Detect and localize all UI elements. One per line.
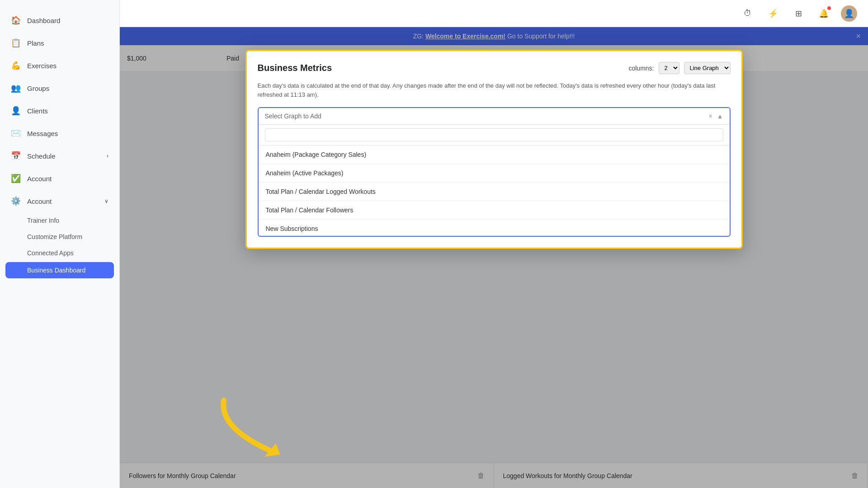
- chart-type-select[interactable]: Line Graph Bar Graph: [684, 62, 731, 74]
- sidebar-label-account: Account: [27, 197, 52, 205]
- dashboard-icon: 🏠: [11, 15, 21, 25]
- sidebar-item-account[interactable]: ⚙️ Account ∨: [0, 190, 119, 212]
- sidebar-item-automations[interactable]: ✅ Account: [0, 167, 119, 190]
- account-chevron: ∨: [104, 198, 108, 204]
- sidebar-label-schedule: Schedule: [27, 152, 56, 160]
- bolt-icon-btn[interactable]: ⚡: [765, 5, 781, 22]
- grid-icon-btn[interactable]: ⊞: [790, 5, 807, 22]
- modal-info-text: Each day's data is calculated at the end…: [258, 81, 731, 99]
- user-avatar[interactable]: 👤: [841, 5, 857, 22]
- sidebar-item-clients[interactable]: 👤 Clients: [0, 99, 119, 122]
- sidebar-item-dashboard[interactable]: 🏠 Dashboard: [0, 9, 119, 32]
- dropdown-list: Anaheim (Package Category Sales) Anaheim…: [259, 145, 730, 236]
- schedule-icon: 📅: [11, 151, 21, 161]
- sidebar-label-dashboard: Dashboard: [27, 17, 60, 24]
- modal-header: Business Metrics columns: 2 1 3 Line Gra…: [258, 62, 731, 74]
- sidebar: 🏠 Dashboard 📋 Plans 💪 Exercises 👥 Groups…: [0, 0, 120, 488]
- clear-icon[interactable]: ×: [708, 113, 712, 120]
- sidebar-item-schedule[interactable]: 📅 Schedule ›: [0, 145, 119, 167]
- dropdown-item-total-plan-logged[interactable]: Total Plan / Calendar Logged Workouts: [259, 183, 730, 201]
- sidebar-item-exercises[interactable]: 💪 Exercises: [0, 54, 119, 77]
- sidebar-sub-trainer-info[interactable]: Trainer Info: [0, 212, 119, 229]
- clients-icon: 👤: [11, 106, 21, 116]
- columns-select[interactable]: 2 1 3: [659, 62, 679, 74]
- messages-icon: ✉️: [11, 128, 21, 138]
- dropdown-item-new-subscriptions[interactable]: New Subscriptions: [259, 220, 730, 236]
- connected-apps-label: Connected Apps: [27, 249, 74, 257]
- modal-title: Business Metrics: [258, 63, 332, 73]
- exercises-icon: 💪: [11, 61, 21, 70]
- sidebar-sub-customize-platform[interactable]: Customize Platform: [0, 229, 119, 245]
- business-metrics-modal: Business Metrics columns: 2 1 3 Line Gra…: [245, 50, 743, 249]
- sidebar-label-clients: Clients: [27, 107, 48, 115]
- sidebar-item-messages[interactable]: ✉️ Messages: [0, 122, 119, 145]
- sidebar-item-groups[interactable]: 👥 Groups: [0, 77, 119, 99]
- business-dashboard-label: Business Dashboard: [27, 267, 85, 274]
- main-content: ⏱ ⚡ ⊞ 🔔 👤 ZG: Welcome to Exercise.com! G…: [120, 0, 868, 488]
- sidebar-sub-business-dashboard[interactable]: Business Dashboard: [5, 262, 114, 278]
- sidebar-label-messages: Messages: [27, 130, 58, 137]
- account-icon: ⚙️: [11, 196, 21, 206]
- groups-icon: 👥: [11, 83, 21, 93]
- modal-controls: columns: 2 1 3 Line Graph Bar Graph: [628, 62, 730, 74]
- dropdown-item-anaheim-active-packages[interactable]: Anaheim (Active Packages): [259, 164, 730, 183]
- clock-icon-btn[interactable]: ⏱: [740, 5, 756, 22]
- select-graph-header[interactable]: Select Graph to Add × ▲: [259, 108, 730, 125]
- topbar: ⏱ ⚡ ⊞ 🔔 👤: [120, 0, 868, 27]
- search-box: [259, 125, 730, 145]
- sidebar-label-exercises: Exercises: [27, 62, 57, 70]
- sidebar-sub-connected-apps[interactable]: Connected Apps: [0, 245, 119, 261]
- dropdown-item-anaheim-package-sales[interactable]: Anaheim (Package Category Sales): [259, 145, 730, 164]
- sidebar-label-automations: Account: [27, 175, 52, 183]
- bell-icon-btn[interactable]: 🔔: [816, 5, 832, 22]
- expand-icon[interactable]: ▲: [717, 113, 723, 120]
- plans-icon: 📋: [11, 38, 21, 48]
- dropdown-item-total-plan-followers[interactable]: Total Plan / Calendar Followers: [259, 201, 730, 220]
- sidebar-label-groups: Groups: [27, 84, 49, 92]
- notification-badge: [827, 6, 831, 10]
- select-header-controls: × ▲: [708, 113, 723, 120]
- dropdown-search-input[interactable]: [265, 128, 723, 141]
- columns-label: columns:: [628, 65, 654, 72]
- select-placeholder: Select Graph to Add: [265, 113, 321, 120]
- content-area: ZG: Welcome to Exercise.com! Go to Suppo…: [120, 27, 868, 488]
- schedule-chevron: ›: [107, 153, 108, 159]
- select-graph-container: Select Graph to Add × ▲ Anaheim (Package…: [258, 107, 731, 237]
- customize-platform-label: Customize Platform: [27, 233, 82, 240]
- automations-icon: ✅: [11, 174, 21, 183]
- sidebar-label-plans: Plans: [27, 39, 44, 47]
- sidebar-item-plans[interactable]: 📋 Plans: [0, 32, 119, 54]
- trainer-info-label: Trainer Info: [27, 217, 59, 224]
